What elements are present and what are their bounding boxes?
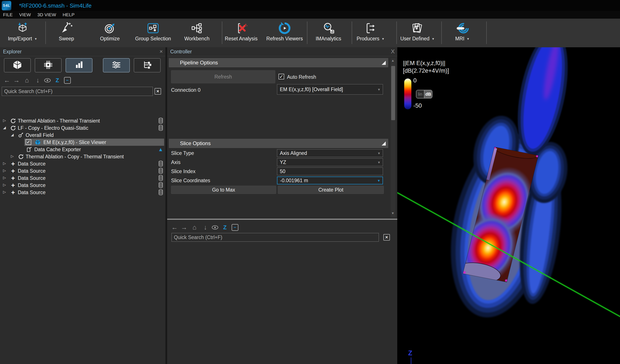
axis-dropdown[interactable]: YZ▼ — [277, 158, 383, 166]
expand-arrow-icon[interactable]: ▷ — [3, 175, 6, 180]
toolbar-button-reset-analysis[interactable]: Reset Analysis — [220, 19, 262, 47]
forward-icon[interactable]: → — [180, 223, 188, 231]
explorer-tab-tree-view[interactable] — [134, 58, 161, 73]
tree-item-data-source[interactable]: ▷+Data Source — [0, 182, 165, 189]
collapse-arrow-icon[interactable]: ◢ — [11, 132, 14, 137]
toolbar-separator — [396, 21, 397, 44]
menu-bar: FILEVIEW3D VIEWHELP — [0, 11, 620, 19]
visibility-checkbox[interactable]: ✓ — [26, 139, 31, 145]
toolbar-button-label: Refresh Viewers — [266, 36, 303, 42]
scrollbar-up-icon[interactable]: ▲ — [391, 58, 394, 62]
tree-item-data-source[interactable]: ▷+Data Source — [0, 189, 165, 196]
userdefined-icon — [397, 21, 438, 36]
toolbar-button-producers[interactable]: Producers▼ — [350, 19, 391, 47]
create-plot-label: Create Plot — [318, 187, 343, 193]
tree-item-thermal-ablation-copy-thermal-transient[interactable]: ▷Thermal Ablation - Copy - Thermal Trans… — [0, 153, 165, 160]
tree-item-data-source[interactable]: ▷+Data Source — [0, 175, 165, 182]
scroll-down-icon[interactable]: ↓ — [201, 223, 210, 231]
colorbar-max-label: 0 — [413, 77, 417, 84]
scale-lin-button[interactable]: lin — [416, 90, 424, 98]
toolbar-button-workbench[interactable]: Workbench — [176, 19, 217, 47]
tree-item-lf-copy-electro-quasi-static[interactable]: ◢LF - Copy - Electro Quasi-Static — [0, 124, 165, 131]
scrollbar-down-icon[interactable]: ▼ — [391, 211, 394, 215]
auto-refresh-checkbox[interactable]: ✓ — [279, 74, 284, 79]
toolbar-button-refresh-viewers[interactable]: Refresh Viewers — [264, 19, 305, 47]
refreshviewers-icon — [264, 21, 305, 36]
forward-icon[interactable]: → — [12, 76, 21, 84]
toolbar-button-label: Group Selection — [135, 36, 171, 42]
eye-icon[interactable] — [211, 223, 219, 231]
toolbar-button-mri[interactable]: MRI▼ — [442, 19, 483, 47]
slice-type-dropdown[interactable]: Axis Aligned▼ — [277, 149, 383, 157]
home-icon[interactable]: ⌂ — [190, 223, 199, 231]
controller-search-input[interactable] — [171, 233, 379, 242]
home-icon[interactable]: ⌂ — [23, 76, 31, 84]
expand-arrow-icon[interactable]: ▷ — [3, 190, 6, 194]
collapse-arrow-icon[interactable]: ◢ — [3, 125, 6, 130]
scale-db-button[interactable]: dB — [424, 90, 432, 98]
tree-item-data-cache-exporter[interactable]: Data Cache Exporter▲ — [0, 146, 165, 153]
zoom-z-icon[interactable]: Z — [220, 223, 229, 231]
pipeline-options-header[interactable]: Pipeline Options — [169, 58, 388, 67]
chevron-down-icon[interactable]: ▼ — [381, 37, 385, 41]
toolbar-button-imanalytics[interactable]: IMAnalytics — [308, 19, 349, 47]
slice-coordinates-dropdown[interactable]: -0.001961 m▼ — [277, 176, 383, 184]
expand-arrow-icon[interactable]: ▷ — [3, 168, 6, 173]
controller-close-icon[interactable]: X — [391, 48, 395, 55]
expand-arrow-icon[interactable]: ▷ — [11, 154, 14, 159]
menu-item-help[interactable]: HELP — [62, 12, 75, 17]
menu-item-view[interactable]: VIEW — [19, 12, 31, 17]
explorer-tab-analysis-barchart[interactable] — [65, 58, 93, 73]
field-glow-top-streak — [516, 47, 569, 152]
tree-item-em-e-x-y-z-f0-slice-viewer[interactable]: ✓EM E(x,y,z,f0) - Slice Viewer — [0, 139, 165, 146]
zoom-z-icon[interactable]: Z — [53, 76, 62, 84]
tree-item-overall-field[interactable]: ◢Overall Field — [0, 131, 165, 139]
toolbar-button-imp-export[interactable]: Imp/Export▼ — [2, 19, 43, 47]
explorer-tab-model-cube[interactable] — [4, 58, 31, 73]
controller-scrollbar-thumb[interactable] — [391, 66, 395, 120]
menu-item-3d-view[interactable]: 3D VIEW — [37, 12, 56, 17]
explorer-search-clear-button[interactable]: × — [155, 88, 161, 95]
tree-item-thermal-ablation-thermal-transient[interactable]: ▷Thermal Ablation - Thermal Transient — [0, 117, 165, 124]
explorer-search-input[interactable] — [2, 87, 153, 96]
back-icon[interactable]: ← — [3, 76, 11, 84]
panel-divider[interactable] — [165, 47, 167, 364]
expand-arrow-icon[interactable]: ▷ — [3, 118, 6, 123]
connection-dropdown[interactable]: EM E(x,y,z,f0) [Overall Field] ▼ — [277, 84, 383, 95]
tree-item-data-source[interactable]: ▷+Data Source — [0, 160, 165, 167]
model-cube-icon — [12, 60, 22, 71]
create-plot-button[interactable]: Create Plot — [278, 186, 384, 194]
slice-index-input[interactable] — [277, 167, 383, 175]
plus-icon: + — [10, 189, 16, 196]
tree-item-data-source[interactable]: ▷+Data Source — [0, 167, 165, 175]
back-icon[interactable]: ← — [170, 223, 179, 231]
eye-icon[interactable] — [43, 76, 52, 84]
pipeline-options-label: Pipeline Options — [180, 60, 218, 66]
toolbar-separator — [307, 21, 307, 44]
viewport-3d[interactable]: ||EM E(x,y,z,f0)||[dB(2.72e+4V/m)] 0 -50… — [397, 47, 620, 364]
collapse-all-icon[interactable]: − — [231, 223, 239, 231]
expand-arrow-icon[interactable]: ▷ — [3, 183, 6, 187]
slice-options-header[interactable]: Slice Options — [169, 139, 388, 148]
toolbar-button-optimize[interactable]: Optimize — [89, 19, 130, 47]
explorer-close-icon[interactable]: × — [160, 48, 163, 55]
chevron-down-icon[interactable]: ▼ — [432, 37, 434, 41]
producers-icon — [350, 21, 391, 36]
collapse-all-icon[interactable]: − — [63, 76, 72, 84]
scroll-down-icon[interactable]: ↓ — [33, 76, 42, 84]
toolbar-button-group-selection[interactable]: Group Selection — [132, 19, 174, 47]
chevron-down-icon[interactable]: ▼ — [466, 37, 470, 41]
simulation-icon — [10, 125, 16, 131]
chevron-down-icon[interactable]: ▼ — [34, 37, 37, 41]
expand-arrow-icon[interactable]: ▷ — [3, 161, 6, 166]
toolbar-button-user-defined[interactable]: User Defined▼ — [397, 19, 438, 47]
explorer-tab-simulation-chip[interactable] — [35, 58, 62, 73]
toolbar-button-sweep[interactable]: Sweep — [46, 19, 87, 47]
explorer-tab-filter-sliders[interactable] — [103, 58, 130, 73]
refresh-button[interactable]: Refresh — [171, 70, 275, 83]
controller-splitter[interactable] — [167, 219, 397, 220]
menu-item-file[interactable]: FILE — [3, 12, 13, 17]
database-icon — [157, 160, 164, 167]
controller-search-clear-button[interactable]: × — [383, 234, 390, 241]
go-to-max-button[interactable]: Go to Max — [171, 186, 276, 194]
